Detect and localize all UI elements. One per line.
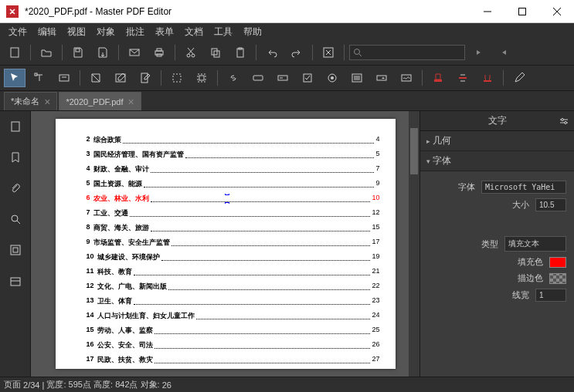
toc-row[interactable]: 11科技、教育21 [87,267,380,277]
toc-row[interactable]: 15劳动、人事、监察25 [87,326,380,336]
signatures-icon[interactable] [0,235,31,265]
form-text-tool[interactable] [272,69,294,87]
strikeout-tool[interactable] [452,69,474,87]
toc-num: 8 [87,223,90,233]
tab-unnamed[interactable]: *未命名× [4,92,57,110]
search-prev-button[interactable] [493,43,515,62]
snapshot-tool[interactable] [191,69,212,87]
toc-row[interactable]: 2综合政策4 [87,135,380,145]
select-rect-tool[interactable] [166,69,188,87]
form-signature-tool[interactable] [396,69,417,87]
document-area[interactable]: 2综合政策43国民经济管理、国有资产监管54财政、金融、审计75国土资源、能源9… [31,111,419,377]
form-checkbox-tool[interactable] [297,69,318,87]
minimize-button[interactable] [470,0,504,23]
fill-color-swatch[interactable] [549,257,566,268]
toc-row[interactable]: 3国民经济管理、国有资产监管5 [87,150,380,160]
edit-forms-tool[interactable] [110,69,131,87]
toc-num: 5 [87,179,90,189]
highlight-tool[interactable] [427,69,449,87]
panel-settings-icon[interactable] [559,116,569,127]
pencil-tool[interactable] [508,69,530,87]
toc-title: 劳动、人事、监察 [97,326,153,336]
toc-row[interactable]: 8商贸、海关、旅游15 [87,223,380,233]
layers-icon[interactable] [0,265,31,296]
toc-row[interactable]: 12文化、广电、新闻出版22 [87,282,380,292]
toc-page: 9 [375,179,379,189]
save-button[interactable] [67,43,89,62]
size-value[interactable]: 10.5 [535,198,566,211]
maximize-button[interactable] [504,0,539,23]
menu-help[interactable]: 帮助 [239,24,267,40]
bookmarks-icon[interactable] [0,142,31,173]
toc-row[interactable]: 13卫生、体育23 [87,296,380,306]
close-button[interactable] [539,0,574,23]
tab-close-icon[interactable]: × [127,96,134,108]
toc-num: 7 [87,208,90,218]
toc-row[interactable]: 10城乡建设、环境保护19 [87,252,380,262]
toc-title: 科技、教育 [97,267,132,277]
svg-point-32 [12,215,18,221]
form-combo-tool[interactable] [371,69,392,87]
form-button-tool[interactable] [247,69,269,87]
toc-num: 17 [87,355,94,365]
copy-button[interactable] [205,43,226,62]
toc-row[interactable]: 5国土资源、能源9 [87,179,380,189]
edit-document-tool[interactable] [134,69,156,87]
attachments-icon[interactable] [0,173,31,204]
linewidth-value[interactable]: 1 [535,289,566,302]
cut-button[interactable] [180,43,202,62]
edit-text-tool[interactable] [53,69,75,87]
form-radio-tool[interactable] [321,69,343,87]
svg-rect-15 [35,73,37,76]
search-input[interactable] [349,45,465,60]
status-page: 2/34 [23,380,39,390]
menu-view[interactable]: 视图 [63,24,90,40]
link-tool[interactable] [222,69,244,87]
tab-close-icon[interactable]: × [44,96,50,108]
search-next-button[interactable] [468,43,490,62]
email-button[interactable] [124,43,145,62]
new-button[interactable] [4,43,25,62]
toc-row[interactable]: 16公安、安全、司法26 [87,340,380,350]
select-tool[interactable] [4,69,25,87]
toc-dots [151,194,371,202]
menu-file[interactable]: 文件 [4,24,32,40]
menu-edit[interactable]: 编辑 [33,24,61,40]
toc-num: 13 [87,296,94,306]
underline-tool[interactable] [477,69,498,87]
section-font[interactable]: 字体 [420,151,574,171]
menu-tools[interactable]: 工具 [209,24,237,40]
menu-object[interactable]: 对象 [92,24,120,40]
svg-point-7 [187,54,190,57]
toc-row[interactable]: 7工业、交通12 [87,208,380,218]
paste-button[interactable] [229,43,251,62]
toc-page: 15 [372,223,379,233]
toc-row[interactable]: 14人口与计划生育、妇女儿童工作24 [87,311,380,321]
undo-button[interactable] [261,43,283,62]
menu-comment[interactable]: 批注 [121,24,149,40]
saveas-button[interactable] [92,43,114,62]
hand-tool[interactable] [85,69,107,87]
menu-document[interactable]: 文档 [180,24,208,40]
font-value[interactable]: Microsoft YaHei [481,181,566,194]
scrollbar-vertical[interactable] [409,111,419,377]
text-select-tool[interactable] [29,69,50,87]
zoom-fit-button[interactable] [318,43,339,62]
tab-2020pdf[interactable]: *2020_PDF.pdf× [59,92,141,110]
stroke-color-swatch[interactable] [549,273,566,284]
search-icon[interactable] [0,204,31,235]
print-button[interactable] [148,43,170,62]
redo-button[interactable] [286,43,307,62]
toc-num: 9 [87,238,90,248]
type-value[interactable]: 填充文本 [504,236,566,252]
form-list-tool[interactable] [346,69,368,87]
toc-row[interactable]: 17民政、扶贫、救灾27 [87,355,380,365]
open-button[interactable] [36,43,57,62]
menu-form[interactable]: 表单 [151,24,178,40]
toc-row[interactable]: 6农业、林业、水利10 [87,194,380,204]
scroll-thumb[interactable] [410,128,418,174]
toc-row[interactable]: 9市场监管、安全生产监管17 [87,238,380,248]
toc-row[interactable]: 4财政、金融、审计7 [87,164,380,174]
section-geometry[interactable]: 几何 [420,131,574,151]
thumbnails-icon[interactable] [0,111,31,142]
